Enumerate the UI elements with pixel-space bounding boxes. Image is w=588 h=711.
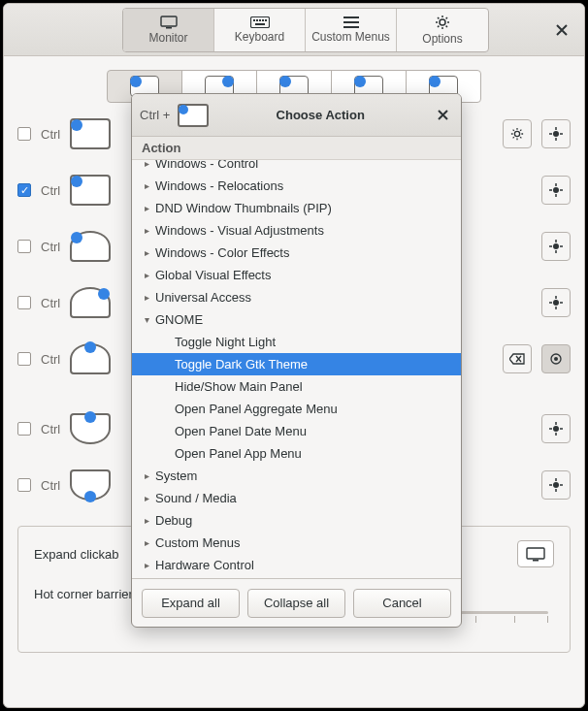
dialog-title: Choose Action (216, 108, 424, 122)
header-bar: Monitor Keyboard Custom Menus Options (4, 4, 584, 56)
tree-label: Toggle Night Light (175, 335, 276, 349)
corner-selector[interactable] (70, 413, 111, 444)
tree-leaf[interactable]: Toggle Night Light (132, 331, 461, 353)
target-icon (549, 352, 563, 366)
tree-node[interactable]: ▸Debug (132, 509, 461, 532)
tab-custom-menus[interactable]: Custom Menus (306, 9, 397, 51)
target-icon (549, 296, 563, 309)
chevron-right-icon: ▸ (140, 560, 153, 570)
tab-options[interactable]: Options (397, 9, 488, 51)
corner-selector[interactable] (70, 469, 111, 501)
chevron-right-icon: ▸ (140, 203, 153, 213)
target-icon (549, 422, 563, 436)
window-close-button[interactable] (549, 17, 574, 43)
tree-label: Debug (155, 513, 192, 528)
ctrl-label: Ctrl (41, 296, 60, 310)
svg-point-20 (553, 426, 559, 432)
svg-point-19 (554, 357, 558, 361)
action-tree[interactable]: ▸Windows - Control▸Windows - Relocations… (132, 160, 461, 578)
corner-selector[interactable] (70, 287, 111, 318)
ctrl-checkbox[interactable] (17, 183, 31, 197)
tab-keyboard[interactable]: Keyboard (214, 9, 306, 51)
close-icon (556, 24, 568, 36)
tree-leaf[interactable]: Open Panel App Menu (132, 442, 461, 465)
svg-rect-1 (166, 27, 172, 29)
dialog-close-button[interactable] (432, 105, 453, 126)
gear-button[interactable] (503, 119, 532, 148)
chevron-right-icon: ▸ (140, 537, 153, 548)
tab-keyboard-label: Keyboard (235, 30, 284, 44)
tree-node[interactable]: ▸Windows - Visual Adjustments (132, 219, 461, 242)
svg-point-16 (553, 243, 559, 249)
dialog-prefix: Ctrl + (140, 108, 170, 122)
chevron-right-icon: ▸ (140, 292, 153, 303)
ctrl-checkbox[interactable] (17, 352, 31, 366)
ctrl-checkbox[interactable] (17, 240, 31, 253)
target-button[interactable] (541, 232, 571, 261)
ctrl-label: Ctrl (41, 240, 60, 254)
target-button[interactable] (541, 288, 571, 317)
target-button[interactable] (541, 414, 571, 443)
ctrl-checkbox[interactable] (17, 296, 31, 309)
corner-selector[interactable] (70, 343, 111, 374)
tree-node[interactable]: ▸Sound / Media (132, 487, 461, 509)
target-icon (549, 183, 563, 197)
tree-leaf[interactable]: Hide/Show Main Panel (132, 375, 461, 398)
tree-node[interactable]: ▸Hardware Control (132, 554, 461, 576)
tree-label: Custom Menus (155, 535, 240, 550)
target-icon (549, 127, 563, 141)
svg-rect-3 (253, 19, 255, 21)
tree-label: Open Panel Date Menu (175, 424, 307, 438)
ctrl-checkbox[interactable] (17, 127, 31, 141)
expand-all-button[interactable]: Expand all (142, 589, 240, 618)
tree-label: Global Visual Effects (155, 268, 271, 282)
tree-node[interactable]: ▸DND Window Thumbnails (PIP) (132, 197, 461, 219)
target-button[interactable] (541, 470, 571, 500)
corner-selector[interactable] (70, 231, 111, 262)
tree-node[interactable]: ▸Custom Menus (132, 532, 461, 554)
target-button[interactable] (541, 119, 571, 148)
backspace-icon (509, 353, 525, 365)
tree-node[interactable]: ▾GNOME (132, 308, 461, 331)
tree-node[interactable]: ▸Windows - Relocations (132, 175, 461, 197)
ctrl-checkbox[interactable] (17, 478, 31, 492)
tab-options-label: Options (422, 32, 462, 46)
target-button[interactable] (541, 344, 571, 373)
tab-monitor[interactable]: Monitor (123, 9, 214, 51)
monitor-icon (526, 547, 545, 562)
gear-icon (510, 127, 524, 141)
chevron-right-icon: ▸ (140, 470, 153, 481)
tree-label: Windows - Relocations (155, 178, 283, 193)
dialog-footer: Expand all Collapse all Cancel (132, 578, 461, 627)
tab-custom-menus-label: Custom Menus (311, 30, 390, 44)
tree-node[interactable]: ▸Universal Access (132, 286, 461, 308)
svg-rect-22 (527, 548, 544, 559)
cancel-button[interactable]: Cancel (353, 589, 451, 618)
tree-label: Windows - Visual Adjustments (155, 223, 324, 238)
tree-node[interactable]: ▸System (132, 465, 461, 487)
tree-label: Hide/Show Main Panel (175, 379, 303, 394)
svg-rect-11 (343, 26, 359, 28)
tree-node[interactable]: ▸Windows - Control (132, 160, 461, 175)
corner-selector[interactable] (70, 175, 111, 206)
corner-selector[interactable] (70, 118, 111, 149)
keyboard-icon (250, 16, 270, 28)
monitor-button[interactable] (517, 540, 554, 567)
header-tab-group: Monitor Keyboard Custom Menus Options (122, 8, 489, 52)
tree-label: DND Window Thumbnails (PIP) (155, 201, 332, 215)
backspace-button[interactable] (503, 344, 532, 373)
tree-label: Universal Access (155, 290, 251, 305)
target-button[interactable] (541, 176, 571, 205)
chevron-right-icon: ▸ (140, 160, 153, 169)
tree-leaf[interactable]: Open Panel Date Menu (132, 420, 461, 442)
target-icon (549, 478, 563, 492)
svg-rect-10 (343, 21, 359, 23)
collapse-all-button[interactable]: Collapse all (247, 589, 345, 618)
tree-leaf[interactable]: Toggle Dark Gtk Theme (132, 353, 461, 375)
ctrl-checkbox[interactable] (17, 422, 31, 436)
tree-leaf[interactable]: Open Panel Aggregate Menu (132, 398, 461, 420)
tree-node[interactable]: ▸Global Visual Effects (132, 264, 461, 286)
gear-icon (435, 15, 450, 30)
chevron-down-icon: ▾ (140, 314, 153, 325)
tree-node[interactable]: ▸Windows - Color Effects (132, 242, 461, 264)
